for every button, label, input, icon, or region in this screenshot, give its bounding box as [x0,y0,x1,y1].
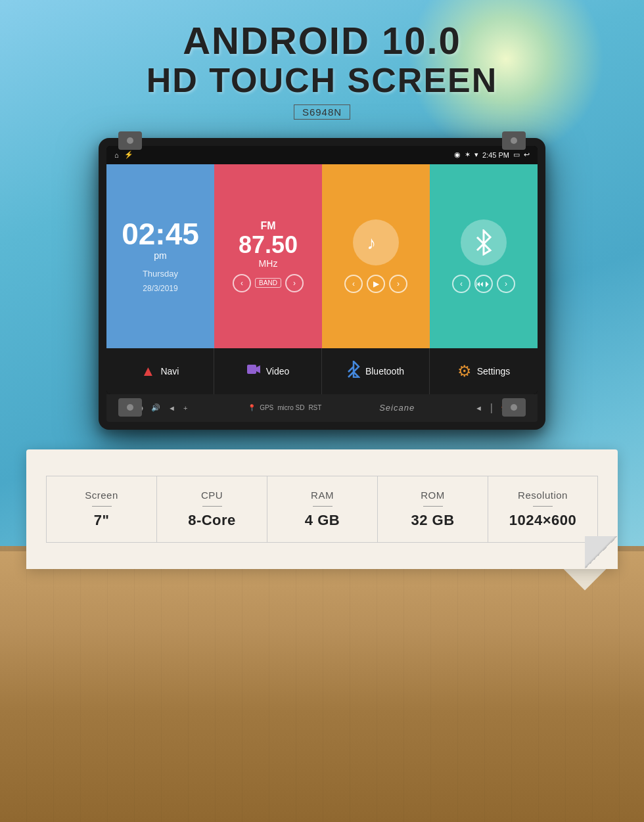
menu-row: ▲ Navi Video [106,348,538,394]
bluetooth-symbol-svg [473,229,494,256]
bt-play-btn[interactable]: ⏮⏵ [474,275,493,293]
music-prev-btn[interactable]: ‹ [344,275,363,293]
settings-label: Settings [477,366,511,377]
spec-cpu-label: CPU [201,490,223,501]
music-controls: ‹ ▶ › [344,275,407,293]
status-time: 2:45 PM [482,151,509,159]
back-icon[interactable]: ↩ [524,150,530,159]
spec-ram-value: 4 GB [305,512,340,529]
bluetooth-icon-circle [461,219,507,265]
fm-unit: MHz [259,258,278,269]
header-section: ANDROID 10.0 HD TOUCH SCREEN S6948N [147,0,498,120]
menu-video[interactable]: Video [214,348,322,394]
fm-prev-btn[interactable]: ‹ [233,274,251,292]
battery-icon: ▭ [513,150,520,159]
menu-settings[interactable]: ⚙ Settings [430,348,538,394]
device-wrapper: ⌂ ⚡ ◉ ✶ ▾ 2:45 PM ▭ ↩ [99,138,545,430]
fm-controls: ‹ BAND › [233,274,304,292]
device-outer: ⌂ ⚡ ◉ ✶ ▾ 2:45 PM ▭ ↩ [99,138,545,430]
video-label: Video [266,366,290,377]
spec-rom-value: 32 GB [411,512,454,529]
bracket-top-left [118,131,142,150]
vol-plus-icon[interactable]: + [181,404,190,412]
spec-cpu: CPU 8-Core [156,476,267,543]
location-icon: ◉ [454,150,461,159]
clock-ampm: pm [154,250,166,261]
bt-controls: ‹ ⏮⏵ › [452,275,515,293]
clock-day: Thursday [143,269,178,279]
home-icon: ⌂ [114,151,119,159]
music-note-svg: ♪ [364,231,388,254]
spec-cpu-value: 8-Core [188,512,236,529]
vol-minus-icon[interactable]: ◄ [472,404,485,412]
wood-table [0,546,644,822]
fm-frequency: 87.50 [239,232,298,258]
model-badge: S6948N [294,104,350,120]
spec-rom-label: ROM [421,490,445,501]
screen: ⌂ ⚡ ◉ ✶ ▾ 2:45 PM ▭ ↩ [106,146,538,394]
clock-time: 02:45 [122,219,199,249]
app-grid: 02:45 pm Thursday 28/3/2019 FM 87.50 MHz… [106,164,538,348]
wifi-icon: ▾ [474,150,478,159]
specs-section: Screen 7" CPU 8-Core RAM 4 GB ROM [26,449,618,569]
music-play-btn[interactable]: ▶ [367,275,385,293]
gps-label: GPS [260,404,273,411]
spec-resolution-label: Resolution [518,490,568,501]
bt-next-btn[interactable]: › [497,275,515,293]
bracket-bottom-right [502,398,526,417]
clock-tile[interactable]: 02:45 pm Thursday 28/3/2019 [106,164,214,348]
svg-rect-1 [247,365,256,374]
bluetooth-menu-icon [347,361,360,382]
spec-divider-0 [92,506,112,507]
video-camera-svg [246,362,261,377]
header-title-line2: HD TOUCH SCREEN [147,62,498,99]
bluetooth-status-icon: ✶ [465,150,471,159]
spec-ram-label: RAM [311,490,334,501]
music-next-btn[interactable]: › [389,275,407,293]
brand-label: Seicane [379,403,415,413]
spec-resolution: Resolution 1024×600 [488,476,598,543]
fm-tile[interactable]: FM 87.50 MHz ‹ BAND › [214,164,322,348]
location-phys-icon: 📍 [248,404,256,411]
video-icon [246,362,261,380]
spec-resolution-value: 1024×600 [509,512,577,529]
spec-divider-1 [202,506,222,507]
spec-screen-value: 7" [94,512,110,529]
bluetooth-label: Bluetooth [365,366,404,377]
spec-screen: Screen 7" [46,476,156,543]
fm-band-label[interactable]: BAND [255,278,281,288]
vol-icon[interactable]: 🔊 [149,403,163,412]
bracket-bottom-left [118,398,142,417]
bluetooth-tile[interactable]: ‹ ⏮⏵ › [430,164,538,348]
music-tile[interactable]: ♪ ‹ ▶ › [322,164,430,348]
clock-date: 28/3/2019 [143,284,177,293]
music-icon: ♪ [353,219,399,265]
bt-prev-btn[interactable]: ‹ [452,275,471,293]
usb-icon: ⚡ [124,150,133,159]
svg-text:♪: ♪ [367,233,376,253]
settings-icon: ⚙ [457,362,472,380]
spec-divider-2 [313,506,333,507]
spec-divider-3 [423,506,443,507]
bracket-top-right [502,131,526,150]
phys-center: 📍 GPS micro SD RST [248,404,321,411]
svg-marker-2 [256,365,260,373]
status-bar-left: ⌂ ⚡ [114,150,133,159]
status-bar: ⌂ ⚡ ◉ ✶ ▾ 2:45 PM ▭ ↩ [106,146,538,164]
specs-grid: Screen 7" CPU 8-Core RAM 4 GB ROM [46,476,598,543]
navi-label: Navi [160,366,179,377]
paper-curl [585,536,618,569]
prev-track-icon[interactable]: ◄ [166,404,178,412]
rst-label: RST [308,404,321,411]
navi-icon: ▲ [141,363,156,380]
status-bar-right: ◉ ✶ ▾ 2:45 PM ▭ ↩ [454,150,530,159]
menu-bluetooth[interactable]: Bluetooth [322,348,430,394]
physical-controls-bar: 🎤 ⏻ 🔊 ◄ + 📍 GPS micro SD RST Seicane [106,394,538,422]
fm-next-btn[interactable]: › [285,274,304,292]
bluetooth-menu-svg [347,361,360,378]
spec-rom: ROM 32 GB [377,476,488,543]
menu-navi[interactable]: ▲ Navi [106,348,214,394]
spec-divider-4 [533,506,553,507]
header-title-line1: ANDROID 10.0 [147,20,498,62]
spec-ram: RAM 4 GB [267,476,377,543]
